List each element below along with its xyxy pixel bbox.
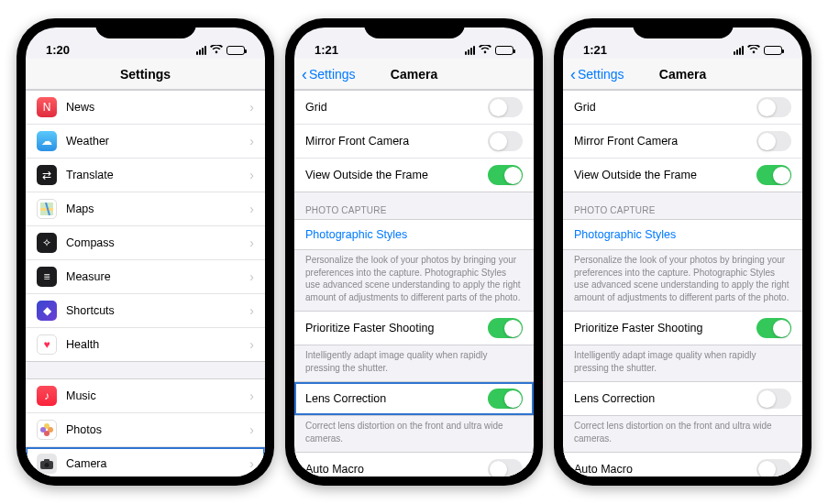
toggle-auto-macro[interactable] [756, 459, 791, 477]
settings-row-news[interactable]: NNews› [26, 91, 265, 124]
cellular-signal-icon [196, 46, 206, 55]
chevron-right-icon: › [249, 389, 254, 403]
row-lens-correction[interactable]: Lens Correction [294, 382, 534, 415]
toggle-prioritize-faster[interactable] [756, 318, 791, 338]
toggle-lens-correction[interactable] [756, 389, 791, 409]
phone-camera-lens-off: 1:21 ‹Settings Camera Grid Mirror Front … [554, 18, 811, 486]
battery-icon [226, 46, 245, 55]
chevron-left-icon: ‹ [570, 66, 576, 82]
battery-icon [495, 46, 513, 55]
settings-row-photos[interactable]: Photos› [26, 412, 265, 446]
settings-row-music[interactable]: ♪Music› [26, 379, 265, 412]
chevron-right-icon: › [249, 337, 254, 352]
nav-bar: Settings [26, 59, 265, 90]
chevron-right-icon: › [249, 456, 254, 471]
chevron-right-icon: › [249, 269, 254, 284]
chevron-right-icon: › [249, 100, 254, 115]
row-mirror-front[interactable]: Mirror Front Camera [294, 124, 534, 158]
footer-lens: Correct lens distortion on the front and… [563, 416, 802, 452]
footer-prioritize: Intelligently adapt image quality when r… [563, 345, 802, 381]
nav-bar: ‹Settings Camera [563, 59, 802, 90]
weather-icon: ☁ [37, 131, 57, 151]
phone-settings: 1:20 Settings NNews› ☁Weather› ⇄Translat… [17, 18, 274, 486]
notch [633, 18, 734, 38]
row-lens-correction[interactable]: Lens Correction [563, 382, 802, 415]
section-photo-capture: PHOTO CAPTURE [294, 192, 534, 219]
footer-styles: Personalize the look of your photos by b… [294, 250, 534, 311]
chevron-right-icon: › [249, 303, 254, 318]
page-title: Settings [120, 67, 171, 82]
cellular-signal-icon [465, 46, 475, 55]
page-title: Camera [659, 67, 706, 82]
compass-icon: ✧ [37, 233, 57, 253]
settings-row-health[interactable]: ♥Health› [26, 327, 265, 361]
page-title: Camera [391, 67, 437, 82]
shortcuts-icon: ◆ [37, 301, 57, 321]
row-view-outside-frame[interactable]: View Outside the Frame [563, 158, 802, 192]
wifi-icon [747, 44, 760, 57]
toggle-lens-correction[interactable] [488, 389, 523, 409]
chevron-right-icon: › [249, 422, 254, 437]
clock: 1:20 [46, 43, 70, 57]
toggle-prioritize-faster[interactable] [488, 318, 523, 338]
health-icon: ♥ [37, 334, 57, 355]
row-prioritize-faster[interactable]: Prioritize Faster Shooting [563, 312, 802, 345]
battery-icon [764, 46, 782, 55]
toggle-view-outside-frame[interactable] [756, 165, 791, 185]
chevron-right-icon: › [249, 202, 254, 216]
settings-row-measure[interactable]: ≡Measure› [26, 259, 265, 293]
toggle-mirror-front[interactable] [488, 131, 523, 151]
music-icon: ♪ [37, 386, 57, 406]
row-photographic-styles[interactable]: Photographic Styles [563, 220, 802, 249]
svg-point-2 [45, 463, 50, 467]
toggle-mirror-front[interactable] [756, 131, 791, 151]
maps-icon [37, 199, 57, 219]
back-button[interactable]: ‹Settings [302, 66, 356, 82]
footer-lens: Correct lens distortion on the front and… [294, 416, 534, 452]
nav-bar: ‹Settings Camera [294, 59, 534, 90]
row-grid[interactable]: Grid [563, 91, 802, 124]
row-auto-macro[interactable]: Auto Macro [563, 453, 802, 477]
row-photographic-styles[interactable]: Photographic Styles [294, 220, 534, 249]
settings-row-camera[interactable]: Camera› [26, 446, 265, 477]
wifi-icon [479, 44, 491, 57]
notch [364, 18, 465, 38]
toggle-view-outside-frame[interactable] [488, 165, 523, 185]
clock: 1:21 [315, 43, 338, 57]
svg-rect-1 [44, 459, 50, 462]
toggle-grid[interactable] [756, 97, 791, 117]
measure-icon: ≡ [37, 267, 57, 287]
row-grid[interactable]: Grid [294, 91, 534, 124]
back-button[interactable]: ‹Settings [570, 66, 624, 82]
settings-row-weather[interactable]: ☁Weather› [26, 124, 265, 158]
cellular-signal-icon [734, 46, 744, 55]
footer-styles: Personalize the look of your photos by b… [563, 250, 802, 311]
row-prioritize-faster[interactable]: Prioritize Faster Shooting [294, 312, 534, 345]
news-icon: N [37, 97, 57, 117]
notch [95, 18, 196, 38]
footer-prioritize: Intelligently adapt image quality when r… [294, 345, 534, 381]
row-auto-macro[interactable]: Auto Macro [294, 453, 534, 477]
toggle-grid[interactable] [488, 97, 523, 117]
camera-icon [37, 454, 57, 474]
section-photo-capture: PHOTO CAPTURE [563, 192, 802, 219]
row-view-outside-frame[interactable]: View Outside the Frame [294, 158, 534, 192]
settings-row-shortcuts[interactable]: ◆Shortcuts› [26, 293, 265, 327]
chevron-left-icon: ‹ [302, 66, 307, 82]
translate-icon: ⇄ [37, 165, 57, 185]
wifi-icon [210, 44, 223, 57]
chevron-right-icon: › [249, 236, 254, 250]
photos-icon [37, 420, 57, 440]
settings-row-compass[interactable]: ✧Compass› [26, 225, 265, 259]
settings-row-translate[interactable]: ⇄Translate› [26, 158, 265, 192]
phone-camera-lens-on: 1:21 ‹Settings Camera Grid Mirror Front … [285, 18, 543, 486]
chevron-right-icon: › [249, 168, 254, 182]
row-mirror-front[interactable]: Mirror Front Camera [563, 124, 802, 158]
settings-row-maps[interactable]: Maps› [26, 192, 265, 225]
chevron-right-icon: › [249, 134, 254, 148]
clock: 1:21 [583, 43, 607, 57]
toggle-auto-macro[interactable] [488, 459, 523, 477]
